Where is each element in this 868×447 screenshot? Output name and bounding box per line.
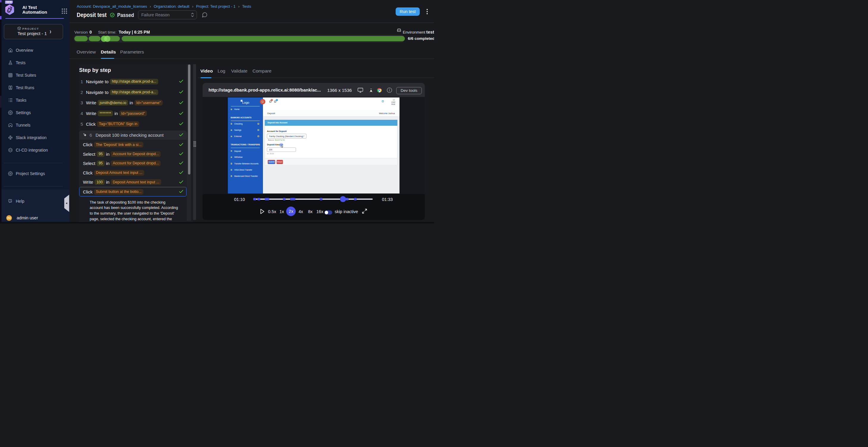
svg-text:?: ? (9, 199, 11, 202)
